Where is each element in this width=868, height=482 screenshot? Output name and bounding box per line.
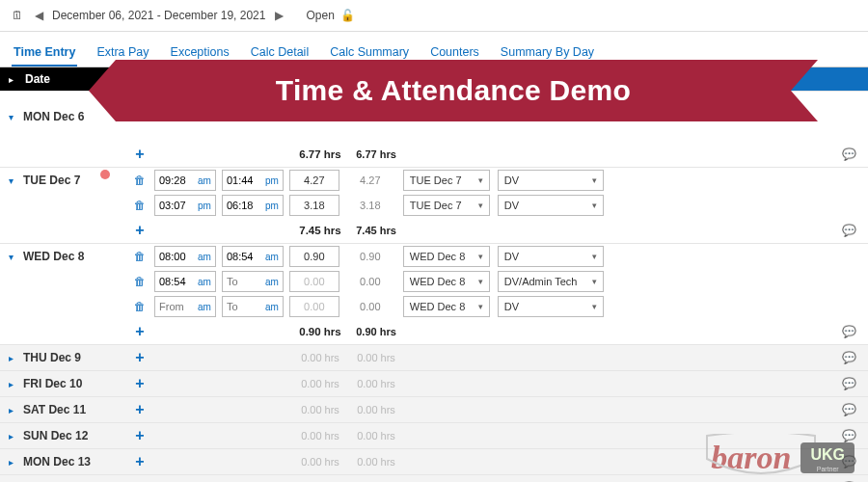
cursor-indicator [100,170,110,179]
collapse-toggle[interactable] [9,110,14,123]
comment-icon[interactable]: 💬 [842,403,856,416]
time-grid: MON Dec 6 + 6.77 hrs 6.77 hrs 💬 TUE Dec … [0,91,868,482]
hours-input[interactable]: 4.27 [289,170,339,191]
day-tue-dec-7: TUE Dec 7 🗑 am pm 4.27 4.27 TUE Dec 7▾ D… [0,167,868,243]
add-row-button[interactable]: + [135,453,144,470]
day-total-hours-dup: 0.00 hrs [351,404,401,415]
from-time-input[interactable]: am [154,246,216,267]
add-row-button[interactable]: + [135,323,144,340]
from-time-input[interactable]: pm [154,195,216,216]
collapse-toggle[interactable] [9,250,14,263]
hours-text: 0.00 [345,276,395,287]
unlock-icon[interactable]: 🔓 [340,9,355,22]
type-select[interactable]: DV▾ [498,195,604,216]
add-row-button[interactable]: + [135,146,144,163]
from-time-input[interactable]: am [154,271,216,292]
from-time-input[interactable]: am [154,170,216,191]
day-collapsed: SAT Dec 11+0.00 hrs0.00 hrs💬 [0,396,868,422]
date-select[interactable]: WED Dec 8▾ [403,246,490,267]
date-select[interactable]: WED Dec 8▾ [403,296,490,317]
next-period-button[interactable]: ▶ [271,8,286,23]
day-total-hours: 7.45 hrs [295,220,345,241]
expand-toggle[interactable] [9,429,14,442]
from-time-input[interactable]: am [154,296,216,317]
to-time-input[interactable]: pm [222,170,284,191]
comment-icon[interactable]: 💬 [842,351,856,364]
comment-icon[interactable]: 💬 [842,377,856,390]
lock-status-text: Open [306,9,334,22]
hours-text: 0.00 [345,301,395,312]
day-wed-dec-8: WED Dec 8 🗑 am am 0.90 0.90 WED Dec 8▾ D… [0,243,868,344]
delete-row-button[interactable]: 🗑 [134,174,146,187]
expand-toggle[interactable] [9,351,14,364]
comment-icon[interactable]: 💬 [842,224,856,237]
delete-row-button[interactable]: 🗑 [134,275,146,288]
day-collapsed: FRI Dec 10+0.00 hrs0.00 hrs💬 [0,370,868,396]
date-select[interactable]: WED Dec 8▾ [403,271,490,292]
day-total-hours: 0.00 hrs [295,399,345,420]
date-select[interactable]: TUE Dec 7▾ [403,195,490,216]
type-select[interactable]: DV▾ [498,246,604,267]
day-label: SUN Dec 12 [21,429,125,442]
day-label: MON Dec 13 [21,455,125,469]
hours-input[interactable]: 0.00 [289,271,339,292]
day-label: WED Dec 8 [21,250,125,263]
day-total-hours-dup: 0.00 hrs [351,352,401,363]
to-time-input[interactable]: pm [222,195,284,216]
demo-banner: Time & Attendance Demo [116,60,791,121]
add-row-button[interactable]: + [135,222,144,239]
calendar-icon[interactable]: 🗓 [10,8,25,23]
day-label: FRI Dec 10 [21,377,125,390]
day-total-hours: 0.00 hrs [295,425,345,446]
to-time-input[interactable]: am [222,246,284,267]
comment-icon[interactable]: 💬 [842,325,856,338]
hours-input[interactable]: 0.90 [289,246,339,267]
day-total-hours: 0.00 hrs [295,373,345,394]
add-row-button[interactable]: + [135,427,144,444]
day-total-hours-dup: 0.00 hrs [351,430,401,442]
watermark-logos: baron UKG Partner [711,440,854,476]
day-total-hours-dup: 0.90 hrs [351,326,401,337]
hours-text: 4.27 [345,174,395,186]
day-total-hours: 6.77 hrs [295,144,345,165]
day-total-hours: 0.90 hrs [295,321,345,342]
delete-row-button[interactable]: 🗑 [134,250,146,263]
date-select[interactable]: TUE Dec 7▾ [403,170,490,191]
hours-text: 3.18 [345,200,395,211]
day-total-hours-dup: 7.45 hrs [351,225,401,236]
day-label: THU Dec 9 [21,351,125,364]
expand-toggle[interactable] [9,377,14,390]
day-total-hours-dup: 0.00 hrs [351,456,401,468]
tab-time-entry[interactable]: Time Entry [12,40,77,67]
day-total-hours-dup: 0.00 hrs [351,378,401,389]
day-total-hours-dup: 6.77 hrs [351,148,401,160]
hours-input[interactable]: 0.00 [289,296,339,317]
prev-period-button[interactable]: ◀ [31,8,46,23]
add-row-button[interactable]: + [135,349,144,366]
date-range-text: December 06, 2021 - December 19, 2021 [52,9,265,22]
collapse-toggle[interactable] [9,174,14,187]
ukg-logo: UKG Partner [800,442,854,473]
day-collapsed: THU Dec 9+0.00 hrs0.00 hrs💬 [0,344,868,370]
type-select[interactable]: DV/Admin Tech▾ [498,271,604,292]
add-row-button[interactable]: + [135,375,144,392]
delete-row-button[interactable]: 🗑 [134,199,146,212]
expand-all-icon[interactable] [9,72,14,86]
day-total-hours: 0.00 hrs [295,477,345,482]
to-time-input[interactable]: am [222,296,284,317]
delete-row-button[interactable]: 🗑 [134,300,146,313]
day-total-hours: 0.00 hrs [295,451,345,472]
expand-toggle[interactable] [9,403,14,416]
add-row-button[interactable]: + [135,401,144,418]
hours-input[interactable]: 3.18 [289,195,339,216]
type-select[interactable]: DV▾ [498,170,604,191]
baron-logo: baron [711,440,791,476]
to-time-input[interactable]: am [222,271,284,292]
expand-toggle[interactable] [9,455,14,469]
day-total-hours: 0.00 hrs [295,347,345,368]
comment-icon[interactable]: 💬 [842,147,856,161]
hours-text: 0.90 [345,251,395,262]
day-label: SAT Dec 11 [21,403,125,416]
type-select[interactable]: DV▾ [498,296,604,317]
date-range-bar: 🗓 ◀ December 06, 2021 - December 19, 202… [0,0,868,32]
